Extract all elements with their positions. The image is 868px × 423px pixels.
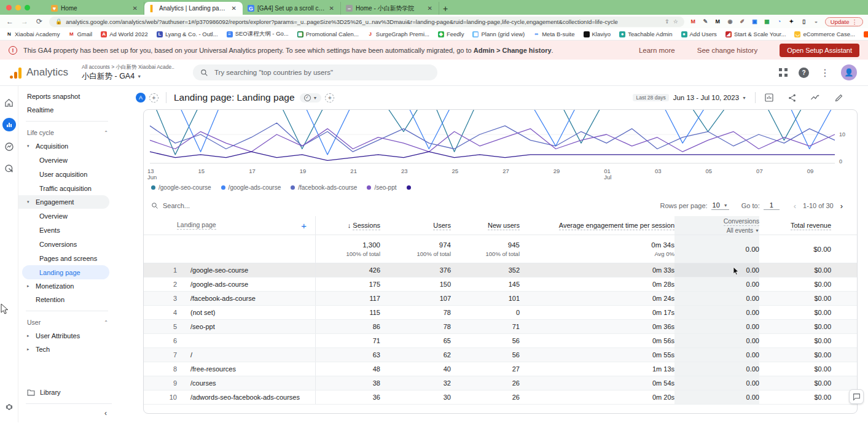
sidebar-item-monetization[interactable]: ▸Monetization [18, 279, 115, 293]
extension-icon[interactable]: ▣ [751, 18, 759, 26]
table-search-input[interactable]: Search... [151, 202, 190, 209]
reload-button[interactable]: ⟳ [34, 17, 44, 26]
legend-item[interactable]: /seo-ppt [367, 184, 396, 191]
learn-more-link[interactable]: Learn more [639, 47, 675, 54]
insights-icon[interactable] [810, 93, 821, 102]
sidebar-item-acquisition[interactable]: ▾Acquisition [18, 139, 115, 153]
sidebar-item-user-acquisition[interactable]: User acquisition [18, 167, 115, 181]
bookmark-item[interactable]: ▦Plann (grid view) [472, 31, 525, 37]
user-avatar[interactable]: 👤 [841, 64, 857, 80]
bookmark-item[interactable]: ■Zap History [864, 31, 868, 37]
table-row[interactable]: 67165560m 56s0.00$0.00 [144, 334, 857, 348]
close-tab-icon[interactable]: ✕ [426, 5, 434, 12]
close-tab-icon[interactable]: ✕ [230, 5, 238, 12]
table-row[interactable]: 7/6362560m 55s0.00$0.00 [144, 348, 857, 362]
bookmark-item[interactable]: NXiaobai Academy [6, 31, 60, 37]
bookmark-item[interactable]: ■Klaviyo [584, 31, 611, 37]
legend-item[interactable] [407, 185, 411, 190]
extension-icon[interactable]: ✦ [788, 18, 796, 26]
ga-search-input[interactable]: Try searching "top countries by users" [193, 64, 437, 80]
next-page-button[interactable]: › [837, 201, 846, 211]
column-header-sessions[interactable]: ↓ Sessions [316, 222, 380, 229]
bookmark-star-icon[interactable]: ☆ [673, 18, 678, 25]
column-header-engagement[interactable]: Average engagement time per session [520, 222, 674, 229]
help-icon[interactable]: ? [799, 68, 809, 78]
bookmark-item[interactable]: ●Add Users [681, 31, 717, 37]
rows-per-page-select[interactable]: 10▼ [711, 201, 729, 210]
window-controls[interactable] [6, 0, 30, 15]
bookmark-item[interactable]: ∞Meta B-suite [533, 31, 574, 37]
sidebar-item-tech[interactable]: ▸Tech [18, 343, 115, 356]
sidebar-item-events[interactable]: Events [18, 223, 115, 237]
table-row[interactable]: 1/google-seo-course4263763520m 33s0.00$0… [144, 263, 857, 277]
close-tab-icon[interactable]: ✕ [131, 5, 139, 12]
column-header-total-revenue[interactable]: Total revenue [759, 222, 831, 229]
goto-page-input[interactable]: 1 [764, 201, 780, 210]
legend-item[interactable]: /google-seo-course [151, 184, 211, 191]
browser-tab[interactable]: ▌Analytics | Landing page: Land✕ [144, 2, 243, 15]
sidebar-item-retention[interactable]: Retention [18, 293, 115, 306]
home-icon[interactable] [2, 96, 16, 109]
table-row[interactable]: 4(not set)1157800m 17s0.00$0.00 [144, 306, 857, 320]
dimension-check-pill[interactable]: ✓ ▼ [300, 93, 322, 103]
table-row[interactable]: 8/free-resources4840271m 13s0.00$0.00 [144, 362, 857, 376]
maximize-window-button[interactable] [25, 5, 30, 10]
column-header-users[interactable]: Users [380, 222, 451, 229]
add-dimension-button[interactable]: + [301, 220, 307, 231]
see-change-history-link[interactable]: See change history [697, 47, 757, 54]
close-window-button[interactable] [6, 5, 12, 10]
bookmark-item[interactable]: ≡SEO课程大纲 - Go... [227, 30, 289, 38]
browser-tab[interactable]: –Home - 小白新势学院✕ [341, 2, 439, 15]
reports-icon[interactable] [2, 118, 16, 131]
sidebar-item-pages-and-screens[interactable]: Pages and screens [18, 251, 115, 265]
bookmark-item[interactable]: ●Teachable Admin [619, 31, 672, 37]
add-comparison-button[interactable]: + [149, 93, 158, 103]
prev-page-button[interactable]: ‹ [791, 201, 799, 211]
explore-icon[interactable] [2, 140, 16, 153]
sidebar-item-user-attributes[interactable]: ▸User Attributes [18, 329, 115, 343]
extension-icon[interactable]: ▯ [800, 18, 808, 26]
column-header-new-users[interactable]: New users [451, 222, 520, 229]
bookmark-item[interactable]: LLyang & Co. - Outl... [157, 31, 218, 37]
extension-icon[interactable]: ◔ [775, 18, 783, 26]
more-options-icon[interactable]: ⋮ [820, 67, 830, 79]
table-row[interactable]: 10/adwords-seo-facebook-ads-courses36302… [144, 390, 857, 405]
sidebar-item-overview[interactable]: Overview [18, 153, 115, 167]
back-button[interactable]: ← [5, 17, 15, 26]
extension-icon[interactable]: ✐ [738, 18, 746, 26]
browser-tab[interactable]: ♥Home✕ [46, 2, 144, 15]
collapse-sidebar-button[interactable]: ‹ [104, 409, 107, 417]
browser-tab[interactable]: G[GA4] Set up a scroll conversi✕ [243, 2, 341, 15]
forward-button[interactable]: → [20, 17, 29, 26]
bookmark-item[interactable]: AAd World 2022 [101, 31, 148, 37]
segment-avatar[interactable]: A [136, 93, 146, 103]
legend-item[interactable]: /facebook-ads-course [291, 184, 357, 191]
table-row[interactable]: 3/facebook-ads-course1171071010m 24s0.00… [144, 292, 857, 306]
sidebar-section-user[interactable]: User⌃ [18, 316, 115, 329]
new-tab-button[interactable]: + [439, 2, 452, 15]
sidebar-item-reports-snapshot[interactable]: Reports snapshot [18, 90, 115, 103]
sidebar-item-conversions[interactable]: Conversions [18, 237, 115, 251]
minimize-window-button[interactable] [15, 5, 21, 10]
customize-report-icon[interactable] [764, 93, 774, 103]
bookmark-item[interactable]: JSurgeGraph Premi... [367, 31, 429, 37]
extension-icon[interactable]: ▦ [763, 18, 771, 26]
bookmark-item[interactable]: ◡eCommerce Case... [794, 31, 854, 37]
close-tab-icon[interactable]: ✕ [328, 5, 335, 12]
account-switcher[interactable]: All accounts > 小白新势 Xiaobai Acade.. 小白新势… [82, 64, 174, 82]
sidebar-item-landing-page[interactable]: Landing page [22, 265, 109, 279]
extension-icon[interactable]: ◒ [812, 18, 820, 26]
conversions-event-select[interactable]: All events▼ [727, 227, 759, 234]
sidebar-item-engagement[interactable]: ▾Engagement [18, 195, 109, 209]
date-range-picker[interactable]: Jun 13 - Jul 10, 2023▼ [673, 94, 746, 101]
bookmark-item[interactable]: ◢Start & Scale Your... [725, 31, 786, 37]
sidebar-item-traffic-acquisition[interactable]: Traffic acquisition [18, 181, 115, 195]
table-row[interactable]: 9/courses3832260m 54s0.00$0.00 [144, 376, 857, 390]
extension-icon[interactable]: ◉ [726, 18, 734, 26]
sidebar-item-overview[interactable]: Overview [18, 209, 115, 223]
add-metric-button[interactable]: + [325, 93, 334, 103]
bookmark-item[interactable]: MGmail [68, 31, 92, 37]
table-row[interactable]: 2/google-ads-course1751501450m 28s0.00$0… [144, 277, 857, 292]
sidebar-section-life-cycle[interactable]: Life cycle⌃ [18, 126, 115, 139]
sidebar-item-library[interactable]: Library [18, 386, 115, 399]
